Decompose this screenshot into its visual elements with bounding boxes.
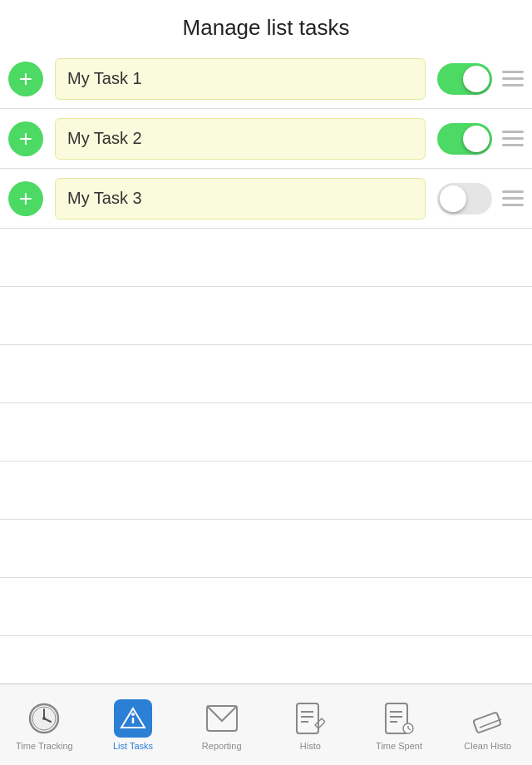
task-row: + — [0, 49, 532, 109]
tab-time-spent[interactable]: Time Spent — [355, 684, 444, 765]
page-header: Manage list tasks — [0, 0, 532, 49]
empty-row — [0, 229, 532, 287]
tab-reporting-label: Reporting — [202, 741, 242, 751]
empty-row — [0, 520, 532, 578]
empty-row — [0, 287, 532, 345]
task-2-drag-handle[interactable] — [502, 131, 524, 146]
task-row: + — [0, 109, 532, 169]
document-edit-icon — [291, 699, 329, 738]
clock-icon — [25, 699, 63, 738]
task-1-toggle[interactable] — [437, 63, 492, 95]
tab-time-spent-label: Time Spent — [376, 741, 422, 751]
empty-rows — [0, 229, 532, 694]
tab-list-tasks[interactable]: List Tasks — [89, 684, 178, 765]
tab-time-tracking-label: Time Tracking — [16, 741, 73, 751]
svg-point-4 — [42, 717, 46, 720]
add-task-2-button[interactable]: + — [8, 121, 43, 156]
envelope-icon — [203, 699, 241, 738]
task-list: +++ — [0, 49, 532, 229]
list-tasks-icon — [114, 699, 152, 738]
add-task-3-button[interactable]: + — [8, 181, 43, 216]
empty-row — [0, 461, 532, 520]
tab-clean-histo[interactable]: Clean Histo — [443, 684, 532, 765]
tab-list-tasks-label: List Tasks — [113, 741, 153, 751]
task-1-drag-handle[interactable] — [502, 71, 524, 86]
task-3-drag-handle[interactable] — [502, 190, 524, 206]
task-row: + — [0, 169, 532, 229]
tab-histo-label: Histo — [300, 741, 321, 751]
task-1-input[interactable] — [55, 58, 426, 100]
tab-histo[interactable]: Histo — [266, 684, 355, 765]
empty-row — [0, 403, 532, 461]
empty-row — [0, 578, 532, 636]
task-2-toggle[interactable] — [437, 123, 492, 155]
time-spent-icon — [380, 699, 418, 738]
tab-clean-histo-label: Clean Histo — [464, 741, 511, 751]
svg-rect-10 — [297, 703, 318, 733]
svg-point-7 — [131, 713, 135, 716]
tab-time-tracking[interactable]: Time Tracking — [0, 684, 89, 765]
add-task-1-button[interactable]: + — [8, 62, 43, 96]
empty-row — [0, 345, 532, 403]
task-2-input[interactable] — [55, 118, 426, 160]
svg-rect-21 — [473, 712, 501, 733]
task-3-input[interactable] — [55, 178, 426, 220]
tab-reporting[interactable]: Reporting — [177, 684, 266, 765]
tab-bar: Time Tracking List Tasks Reporting — [0, 684, 532, 765]
eraser-icon — [469, 699, 507, 738]
task-3-toggle[interactable] — [437, 183, 492, 215]
